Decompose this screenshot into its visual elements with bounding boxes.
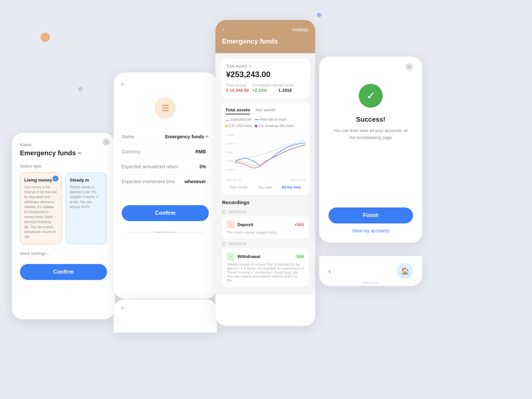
card2-back-button[interactable]: ‹ <box>122 80 209 87</box>
form-row-currency[interactable]: Currency RMB › <box>122 144 209 159</box>
chart-card: Total assets Net worth Expected rate Rea… <box>221 103 310 195</box>
card4-bottom-nav: ‹ 🏠 <box>319 256 422 286</box>
recording-type-withdrawal: ↑ Withdrawal <box>227 252 260 260</box>
assets-card: Total assets 👁 ¥253,243.00 Total income … <box>221 59 310 98</box>
success-description: You can then view all your accounts on t… <box>329 127 413 141</box>
steady-money-title: Steady m <box>70 178 103 183</box>
deposit-amount: +500 <box>294 222 304 227</box>
recording-item-deposit[interactable]: ↓ Deposit +500 The stock market surged t… <box>222 216 309 238</box>
form-row-return[interactable]: Expected annualized return 3% › <box>122 159 209 174</box>
total-assets-label: Total assets 👁 <box>226 64 305 68</box>
steady-money-card[interactable]: Steady m Steady money is planned to be. … <box>66 173 107 244</box>
stat-rate-value: +2.24% <box>252 88 279 93</box>
finish-button[interactable]: Finish <box>329 207 413 223</box>
period-tab-year[interactable]: This year <box>254 184 275 190</box>
living-money-desc: Live money is the reserve of life that c… <box>24 185 57 239</box>
return-chevron-icon: › <box>207 164 209 169</box>
scroll-indicator <box>362 282 379 283</box>
emergency-funds-detail-card: ‹ Settings Emergency funds Total assets … <box>215 20 315 326</box>
recordings-title: Recordings <box>222 200 309 205</box>
legend-csi1300: CSI 1300 Index <box>225 124 252 128</box>
more-settings-link[interactable]: More settings › <box>20 251 107 256</box>
card3-settings-button[interactable]: Settings <box>292 27 309 32</box>
period-tab-month[interactable]: This month <box>227 184 250 190</box>
chart-tab-net-worth[interactable]: Net worth <box>255 107 275 114</box>
card3-header: ‹ Settings Emergency funds <box>215 20 315 53</box>
form-value-time: whenever › <box>185 179 209 184</box>
eye-icon[interactable]: 👁 <box>248 64 252 68</box>
name-edit-icon[interactable]: ✏ <box>78 151 82 156</box>
deposit-desc: The stock market surged today <box>227 230 304 234</box>
withdrawal-amount: -500 <box>295 254 304 259</box>
stat-income-label: Total income <box>226 83 252 87</box>
chart-area: 35.00% 21.00% 5.00% -5.00% -24.00% <box>225 130 305 177</box>
success-circle: ✓ <box>359 84 383 108</box>
legend-real-rate-icon <box>254 119 259 120</box>
svg-text:-5.00%: -5.00% <box>225 160 233 163</box>
withdrawal-icon: ↑ <box>227 252 235 260</box>
recording-type-deposit: ↓ Deposit <box>227 220 253 228</box>
success-title: Success! <box>356 116 385 123</box>
chart-period-tabs: This month This year All the time <box>225 184 305 190</box>
legend-real-rate: Real rate of return <box>254 118 287 121</box>
form-icon-circle: ☰ <box>155 97 176 119</box>
stat-income: Total income ¥ 16,648.98 <box>226 83 252 93</box>
card3-body: Total assets 👁 ¥253,243.00 Total income … <box>215 53 315 295</box>
chart-tab-total-assets[interactable]: Total assets <box>225 107 250 114</box>
form-value-name: Emergency funds ✏ <box>165 134 209 139</box>
card1-close-button[interactable]: × <box>102 138 110 146</box>
legend-csi500: CSI Smallcap 500 Index <box>255 124 294 128</box>
legend-expected-rate: Expected rate <box>225 118 252 121</box>
success-check-icon: ✓ <box>366 89 375 102</box>
living-money-check: ✓ <box>53 176 59 182</box>
card3-title: Emergency funds <box>222 38 309 45</box>
legend-expected-rate-icon <box>225 120 230 121</box>
form-label-currency: Currency <box>122 149 141 154</box>
stat-worth-label: Net worth <box>278 83 305 87</box>
steady-money-desc: Steady money is planned to be. It's suit… <box>70 185 103 209</box>
card5-back-button[interactable]: ‹ <box>122 305 124 312</box>
decorative-dot-orange <box>41 33 50 42</box>
stats-row: Total income ¥ 16,648.98 Annualized rate… <box>226 83 305 93</box>
name-pencil-icon[interactable]: ✏ <box>205 134 209 139</box>
svg-text:5.00%: 5.00% <box>225 151 232 154</box>
form-icon: ☰ <box>162 103 169 113</box>
card1-confirm-button[interactable]: Confirm <box>20 264 107 280</box>
withdrawal-desc: Steady money is money that is planned to… <box>227 262 304 282</box>
recording-item-withdrawal[interactable]: ↑ Withdrawal -500 Steady money is money … <box>222 248 309 286</box>
legend-csi500-icon <box>255 125 257 127</box>
decorative-dot-blue-top <box>317 13 322 17</box>
card4-nav-left-button[interactable]: ‹ <box>329 267 331 275</box>
form-value-return: 3% › <box>199 164 209 169</box>
currency-chevron-icon: › <box>207 149 209 154</box>
stat-worth: Net worth 1.1018 <box>278 83 305 93</box>
deposit-icon: ↓ <box>227 220 235 228</box>
legend-csi1300-icon <box>225 125 228 127</box>
card4-nav-home-button[interactable]: 🏠 <box>397 263 413 279</box>
stat-rate-label: Annualized rate <box>252 83 279 87</box>
decorative-dot-blue-small <box>78 87 83 91</box>
card4-close-button[interactable]: × <box>406 63 413 70</box>
living-money-card[interactable]: ✓ Living money Live money is the reserve… <box>20 173 62 244</box>
form-row-name[interactable]: Name Emergency funds ✏ <box>122 129 209 144</box>
chart-tabs: Total assets Net worth <box>225 107 305 114</box>
svg-text:21.00%: 21.00% <box>225 142 234 145</box>
name-field-label: Name <box>20 142 107 147</box>
view-accounts-link[interactable]: View my accounts <box>352 228 390 233</box>
chart-legend: Expected rate Real rate of return CSI 13… <box>225 118 305 128</box>
period-tab-all[interactable]: All the time <box>279 184 304 190</box>
form-label-return: Expected annualized return <box>122 164 178 169</box>
card3-back-button[interactable]: ‹ <box>222 26 224 33</box>
svg-text:-24.00%: -24.00% <box>225 168 235 171</box>
name-field-value: Emergency funds ✏ <box>20 149 107 157</box>
total-assets-value: ¥253,243.00 <box>226 70 305 79</box>
recording-date-1: 2022/01/12 <box>222 210 309 214</box>
select-type-label: Select type <box>20 164 107 169</box>
card2-confirm-button[interactable]: Confirm <box>122 205 209 221</box>
form-label-time: Expected investment time <box>122 179 175 184</box>
svg-text:35.00%: 35.00% <box>225 134 234 137</box>
partial-card-bottom: ‹ <box>114 299 217 332</box>
recordings-section: Recordings 2022/01/12 ↓ Deposit +500 The… <box>221 200 310 286</box>
form-row-time[interactable]: Expected investment time whenever › <box>122 174 209 189</box>
chart-time-labels: 2020-01-18 2022-01-12 <box>225 178 305 182</box>
